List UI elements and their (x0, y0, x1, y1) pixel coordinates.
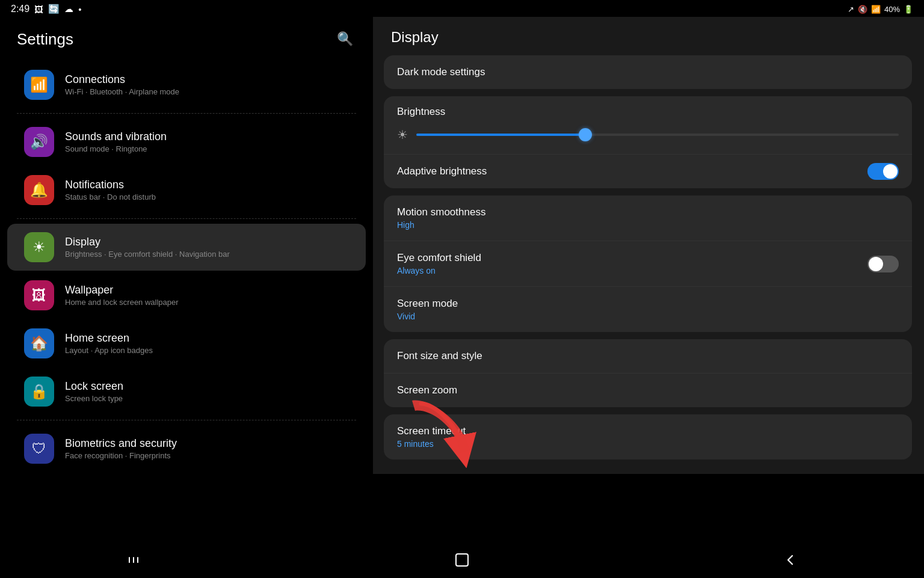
recent-apps-button[interactable] (120, 547, 147, 573)
sidebar-item-sounds[interactable]: 🔊 Sounds and vibration Sound mode · Ring… (7, 118, 366, 165)
svg-rect-3 (456, 554, 468, 566)
sidebar-item-connections[interactable]: 📶 Connections Wi-Fi · Bluetooth · Airpla… (7, 61, 366, 108)
sidebar-item-display[interactable]: ☀ Display Brightness · Eye comfort shiel… (7, 224, 366, 271)
wallpaper-icon-wrap: 🖼 (24, 280, 54, 310)
screen-timeout-text: Screen timeout 5 minutes (397, 425, 466, 449)
sun-icon: ☀ (397, 128, 408, 142)
notifications-title: Notifications (65, 179, 156, 191)
brightness-section: Brightness ☀ (384, 96, 912, 154)
sounds-icon: 🔊 (30, 134, 48, 150)
motion-screen-card: Motion smoothness High Eye comfort shiel… (384, 195, 912, 332)
screen-zoom-row[interactable]: Screen zoom (384, 374, 912, 407)
adaptive-brightness-row[interactable]: Adaptive brightness (384, 154, 912, 188)
brightness-thumb[interactable] (579, 128, 592, 141)
screen-timeout-card: Screen timeout 5 minutes (384, 414, 912, 460)
homescreen-text: Home screen Layout · App icon badges (65, 332, 153, 355)
right-panel: Display Dark mode settings Brightness ☀ (373, 17, 924, 474)
home-button[interactable] (449, 547, 475, 573)
display-title: Display (65, 236, 230, 248)
sounds-icon-wrap: 🔊 (24, 127, 54, 157)
font-zoom-card: Font size and style Screen zoom (384, 339, 912, 407)
connections-text: Connections Wi-Fi · Bluetooth · Airplane… (65, 73, 179, 96)
adaptive-brightness-label: Adaptive brightness (397, 165, 487, 177)
motion-smoothness-text: Motion smoothness High (397, 206, 485, 230)
biometrics-text: Biometrics and security Face recognition… (65, 437, 177, 460)
dark-mode-card: Dark mode settings (384, 55, 912, 89)
notifications-icon: 🔔 (30, 182, 48, 198)
sounds-text: Sounds and vibration Sound mode · Ringto… (65, 131, 167, 153)
notifications-text: Notifications Status bar · Do not distur… (65, 179, 156, 201)
screen-timeout-row[interactable]: Screen timeout 5 minutes (384, 414, 912, 460)
font-size-row[interactable]: Font size and style (384, 339, 912, 374)
photo-icon: 🖼 (34, 4, 43, 14)
cloud-icon: ☁ (64, 4, 73, 14)
sidebar-item-biometrics[interactable]: 🛡 Biometrics and security Face recogniti… (7, 425, 366, 472)
lockscreen-icon: 🔒 (30, 383, 48, 400)
sidebar-title: Settings (17, 30, 73, 49)
wallpaper-text: Wallpaper Home and lock screen wallpaper (65, 284, 179, 307)
notifications-subtitle: Status bar · Do not disturb (65, 192, 156, 201)
sounds-title: Sounds and vibration (65, 131, 167, 143)
lockscreen-subtitle: Screen lock type (65, 394, 123, 403)
sidebar-item-lockscreen[interactable]: 🔒 Lock screen Screen lock type (7, 368, 366, 415)
search-button[interactable]: 🔍 (333, 28, 356, 51)
biometrics-subtitle: Face recognition · Fingerprints (65, 451, 177, 460)
eye-comfort-toggle[interactable] (867, 256, 899, 272)
signal-icon: ↗ (848, 5, 854, 14)
battery-text: 40% (884, 5, 900, 14)
battery-icon: 🔋 (904, 5, 913, 14)
eye-comfort-text: Eye comfort shield Always on (397, 252, 481, 275)
biometrics-title: Biometrics and security (65, 437, 177, 450)
connections-subtitle: Wi-Fi · Bluetooth · Airplane mode (65, 87, 179, 96)
connections-icon-wrap: 📶 (24, 70, 54, 100)
sidebar-item-wallpaper[interactable]: 🖼 Wallpaper Home and lock screen wallpap… (7, 272, 366, 319)
eye-comfort-toggle-thumb (869, 257, 883, 271)
divider-3 (17, 420, 356, 420)
adaptive-toggle-thumb (883, 164, 898, 179)
svg-rect-1 (133, 557, 134, 563)
wifi-icon: 📶 (871, 5, 881, 14)
svg-rect-0 (129, 557, 130, 563)
connections-icon: 📶 (30, 76, 48, 93)
sidebar-header: Settings 🔍 (0, 22, 373, 60)
status-left: 2:49 🖼 🔄 ☁ • (11, 4, 81, 14)
notifications-icon-wrap: 🔔 (24, 175, 54, 205)
display-icon-wrap: ☀ (24, 232, 54, 262)
status-time: 2:49 (11, 4, 29, 14)
screen-mode-row[interactable]: Screen mode Vivid (384, 287, 912, 332)
divider-2 (17, 218, 356, 219)
screen-mode-text: Screen mode Vivid (397, 298, 458, 321)
connections-title: Connections (65, 73, 179, 86)
main-content: Settings 🔍 📶 Connections Wi-Fi · Bluetoo… (0, 17, 924, 542)
sidebar: Settings 🔍 📶 Connections Wi-Fi · Bluetoo… (0, 17, 373, 542)
homescreen-icon: 🏠 (30, 335, 48, 352)
sidebar-item-homescreen[interactable]: 🏠 Home screen Layout · App icon badges (7, 320, 366, 367)
dark-mode-label: Dark mode settings (397, 66, 485, 78)
eye-comfort-row[interactable]: Eye comfort shield Always on (384, 241, 912, 287)
back-button[interactable] (777, 547, 804, 573)
sounds-subtitle: Sound mode · Ringtone (65, 144, 167, 153)
display-text: Display Brightness · Eye comfort shield … (65, 236, 230, 259)
homescreen-icon-wrap: 🏠 (24, 328, 54, 358)
lockscreen-text: Lock screen Screen lock type (65, 380, 123, 403)
brightness-slider[interactable] (416, 134, 899, 136)
status-right: ↗ 🔇 📶 40% 🔋 (848, 5, 913, 14)
brightness-card: Brightness ☀ Adaptive brightness (384, 96, 912, 188)
status-bar: 2:49 🖼 🔄 ☁ • ↗ 🔇 📶 40% 🔋 (0, 0, 924, 17)
font-size-text: Font size and style (397, 350, 482, 362)
homescreen-title: Home screen (65, 332, 153, 345)
motion-smoothness-row[interactable]: Motion smoothness High (384, 195, 912, 241)
brightness-label: Brightness (397, 106, 899, 118)
adaptive-brightness-toggle[interactable] (867, 163, 899, 180)
right-panel-title: Display (384, 24, 912, 55)
biometrics-icon: 🛡 (32, 440, 46, 457)
lockscreen-icon-wrap: 🔒 (24, 377, 54, 407)
dark-mode-settings-row[interactable]: Dark mode settings (384, 55, 912, 89)
wallpaper-subtitle: Home and lock screen wallpaper (65, 298, 179, 307)
biometrics-icon-wrap: 🛡 (24, 434, 54, 464)
wallpaper-title: Wallpaper (65, 284, 179, 297)
dot-indicator: • (78, 4, 81, 14)
lockscreen-title: Lock screen (65, 380, 123, 393)
screen-zoom-text: Screen zoom (397, 384, 457, 396)
sidebar-item-notifications[interactable]: 🔔 Notifications Status bar · Do not dist… (7, 167, 366, 214)
